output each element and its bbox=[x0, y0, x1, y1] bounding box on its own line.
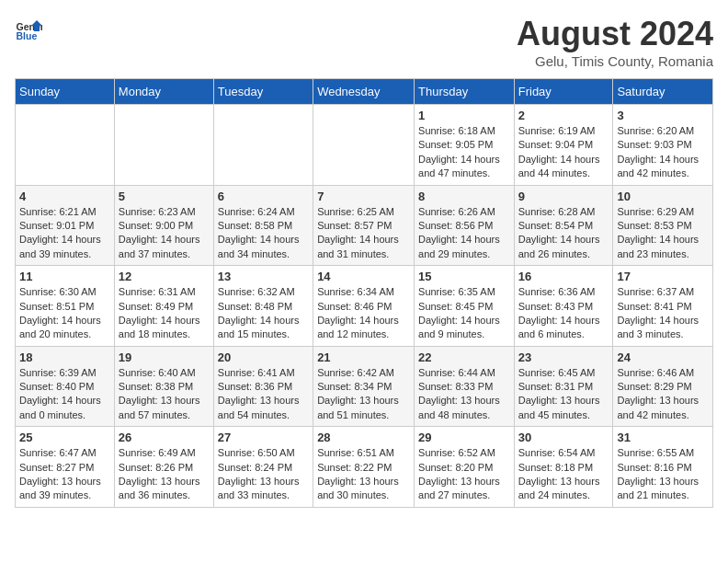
calendar-cell: 4Sunrise: 6:21 AM Sunset: 9:01 PM Daylig… bbox=[16, 185, 115, 266]
day-info: Sunrise: 6:39 AM Sunset: 8:40 PM Dayligh… bbox=[19, 366, 110, 423]
day-number: 27 bbox=[218, 431, 309, 444]
day-info: Sunrise: 6:51 AM Sunset: 8:22 PM Dayligh… bbox=[317, 446, 410, 503]
day-number: 2 bbox=[518, 109, 609, 122]
day-info: Sunrise: 6:20 AM Sunset: 9:03 PM Dayligh… bbox=[617, 124, 709, 181]
day-info: Sunrise: 6:28 AM Sunset: 8:54 PM Dayligh… bbox=[518, 205, 609, 262]
calendar-cell: 25Sunrise: 6:47 AM Sunset: 8:27 PM Dayli… bbox=[16, 427, 115, 508]
calendar-cell: 10Sunrise: 6:29 AM Sunset: 8:53 PM Dayli… bbox=[613, 185, 713, 266]
day-info: Sunrise: 6:44 AM Sunset: 8:33 PM Dayligh… bbox=[418, 366, 510, 423]
logo: General Blue bbox=[15, 15, 42, 42]
svg-text:Blue: Blue bbox=[17, 30, 38, 41]
day-of-week-header: Friday bbox=[514, 79, 613, 105]
calendar-week-row: 1Sunrise: 6:18 AM Sunset: 9:05 PM Daylig… bbox=[16, 105, 713, 186]
day-number: 14 bbox=[317, 270, 410, 283]
page-header: General Blue August 2024 Gelu, Timis Cou… bbox=[15, 15, 713, 69]
calendar-table: SundayMondayTuesdayWednesdayThursdayFrid… bbox=[15, 78, 713, 508]
day-info: Sunrise: 6:35 AM Sunset: 8:45 PM Dayligh… bbox=[418, 285, 510, 342]
calendar-cell: 22Sunrise: 6:44 AM Sunset: 8:33 PM Dayli… bbox=[415, 346, 515, 427]
day-info: Sunrise: 6:54 AM Sunset: 8:18 PM Dayligh… bbox=[518, 446, 609, 503]
calendar-cell: 18Sunrise: 6:39 AM Sunset: 8:40 PM Dayli… bbox=[16, 346, 115, 427]
calendar-cell: 16Sunrise: 6:36 AM Sunset: 8:43 PM Dayli… bbox=[514, 266, 613, 347]
calendar-cell bbox=[16, 105, 115, 186]
day-info: Sunrise: 6:18 AM Sunset: 9:05 PM Dayligh… bbox=[418, 124, 510, 181]
calendar-cell: 2Sunrise: 6:19 AM Sunset: 9:04 PM Daylig… bbox=[514, 105, 613, 186]
day-number: 22 bbox=[418, 350, 510, 364]
day-info: Sunrise: 6:55 AM Sunset: 8:16 PM Dayligh… bbox=[617, 446, 709, 503]
day-info: Sunrise: 6:37 AM Sunset: 8:41 PM Dayligh… bbox=[617, 285, 709, 342]
calendar-cell: 8Sunrise: 6:26 AM Sunset: 8:56 PM Daylig… bbox=[415, 185, 515, 266]
day-number: 17 bbox=[617, 270, 709, 283]
day-number: 11 bbox=[19, 270, 110, 283]
day-number: 18 bbox=[19, 350, 110, 364]
calendar-cell: 11Sunrise: 6:30 AM Sunset: 8:51 PM Dayli… bbox=[16, 266, 115, 347]
day-number: 26 bbox=[119, 431, 210, 444]
calendar-cell: 19Sunrise: 6:40 AM Sunset: 8:38 PM Dayli… bbox=[114, 346, 213, 427]
day-of-week-header: Saturday bbox=[613, 79, 713, 105]
day-number: 8 bbox=[418, 190, 510, 203]
calendar-cell: 5Sunrise: 6:23 AM Sunset: 9:00 PM Daylig… bbox=[114, 185, 213, 266]
day-number: 24 bbox=[617, 350, 709, 364]
calendar-week-row: 11Sunrise: 6:30 AM Sunset: 8:51 PM Dayli… bbox=[16, 266, 713, 347]
day-info: Sunrise: 6:23 AM Sunset: 9:00 PM Dayligh… bbox=[119, 205, 210, 262]
day-number: 12 bbox=[119, 270, 210, 283]
day-number: 21 bbox=[317, 350, 410, 364]
day-number: 4 bbox=[19, 190, 110, 203]
calendar-cell: 9Sunrise: 6:28 AM Sunset: 8:54 PM Daylig… bbox=[514, 185, 613, 266]
day-of-week-header: Tuesday bbox=[213, 79, 313, 105]
day-info: Sunrise: 6:41 AM Sunset: 8:36 PM Dayligh… bbox=[218, 366, 309, 423]
day-info: Sunrise: 6:21 AM Sunset: 9:01 PM Dayligh… bbox=[19, 205, 110, 262]
day-number: 16 bbox=[518, 270, 609, 283]
day-number: 6 bbox=[218, 190, 309, 203]
calendar-cell: 1Sunrise: 6:18 AM Sunset: 9:05 PM Daylig… bbox=[415, 105, 515, 186]
day-number: 29 bbox=[418, 431, 510, 444]
day-of-week-header: Wednesday bbox=[313, 79, 415, 105]
day-number: 19 bbox=[119, 350, 210, 364]
day-info: Sunrise: 6:46 AM Sunset: 8:29 PM Dayligh… bbox=[617, 366, 709, 423]
calendar-week-row: 25Sunrise: 6:47 AM Sunset: 8:27 PM Dayli… bbox=[16, 427, 713, 508]
calendar-cell: 21Sunrise: 6:42 AM Sunset: 8:34 PM Dayli… bbox=[313, 346, 415, 427]
calendar-cell: 29Sunrise: 6:52 AM Sunset: 8:20 PM Dayli… bbox=[415, 427, 515, 508]
day-info: Sunrise: 6:40 AM Sunset: 8:38 PM Dayligh… bbox=[119, 366, 210, 423]
day-number: 30 bbox=[518, 431, 609, 444]
day-number: 13 bbox=[218, 270, 309, 283]
calendar-cell: 17Sunrise: 6:37 AM Sunset: 8:41 PM Dayli… bbox=[613, 266, 713, 347]
location-subtitle: Gelu, Timis County, Romania bbox=[517, 53, 713, 69]
day-number: 25 bbox=[19, 431, 110, 444]
day-info: Sunrise: 6:34 AM Sunset: 8:46 PM Dayligh… bbox=[317, 285, 410, 342]
calendar-cell bbox=[213, 105, 313, 186]
day-info: Sunrise: 6:45 AM Sunset: 8:31 PM Dayligh… bbox=[518, 366, 609, 423]
day-info: Sunrise: 6:30 AM Sunset: 8:51 PM Dayligh… bbox=[19, 285, 110, 342]
day-number: 31 bbox=[617, 431, 709, 444]
calendar-header-row: SundayMondayTuesdayWednesdayThursdayFrid… bbox=[16, 79, 713, 105]
calendar-cell: 31Sunrise: 6:55 AM Sunset: 8:16 PM Dayli… bbox=[613, 427, 713, 508]
title-section: August 2024 Gelu, Timis County, Romania bbox=[517, 15, 713, 69]
day-number: 1 bbox=[418, 109, 510, 122]
day-info: Sunrise: 6:50 AM Sunset: 8:24 PM Dayligh… bbox=[218, 446, 309, 503]
calendar-week-row: 4Sunrise: 6:21 AM Sunset: 9:01 PM Daylig… bbox=[16, 185, 713, 266]
day-number: 23 bbox=[518, 350, 609, 364]
day-number: 9 bbox=[518, 190, 609, 203]
month-year-title: August 2024 bbox=[517, 15, 713, 53]
calendar-cell: 14Sunrise: 6:34 AM Sunset: 8:46 PM Dayli… bbox=[313, 266, 415, 347]
day-info: Sunrise: 6:32 AM Sunset: 8:48 PM Dayligh… bbox=[218, 285, 309, 342]
day-info: Sunrise: 6:31 AM Sunset: 8:49 PM Dayligh… bbox=[119, 285, 210, 342]
calendar-cell: 3Sunrise: 6:20 AM Sunset: 9:03 PM Daylig… bbox=[613, 105, 713, 186]
day-of-week-header: Sunday bbox=[16, 79, 115, 105]
day-number: 15 bbox=[418, 270, 510, 283]
day-number: 7 bbox=[317, 190, 410, 203]
day-number: 3 bbox=[617, 109, 709, 122]
day-info: Sunrise: 6:24 AM Sunset: 8:58 PM Dayligh… bbox=[218, 205, 309, 262]
day-number: 20 bbox=[218, 350, 309, 364]
calendar-cell: 13Sunrise: 6:32 AM Sunset: 8:48 PM Dayli… bbox=[213, 266, 313, 347]
calendar-cell: 24Sunrise: 6:46 AM Sunset: 8:29 PM Dayli… bbox=[613, 346, 713, 427]
calendar-cell: 6Sunrise: 6:24 AM Sunset: 8:58 PM Daylig… bbox=[213, 185, 313, 266]
day-number: 5 bbox=[119, 190, 210, 203]
calendar-cell: 12Sunrise: 6:31 AM Sunset: 8:49 PM Dayli… bbox=[114, 266, 213, 347]
day-of-week-header: Monday bbox=[114, 79, 213, 105]
day-info: Sunrise: 6:49 AM Sunset: 8:26 PM Dayligh… bbox=[119, 446, 210, 503]
calendar-cell: 27Sunrise: 6:50 AM Sunset: 8:24 PM Dayli… bbox=[213, 427, 313, 508]
logo-icon: General Blue bbox=[15, 15, 42, 42]
day-of-week-header: Thursday bbox=[415, 79, 515, 105]
day-info: Sunrise: 6:36 AM Sunset: 8:43 PM Dayligh… bbox=[518, 285, 609, 342]
day-info: Sunrise: 6:52 AM Sunset: 8:20 PM Dayligh… bbox=[418, 446, 510, 503]
